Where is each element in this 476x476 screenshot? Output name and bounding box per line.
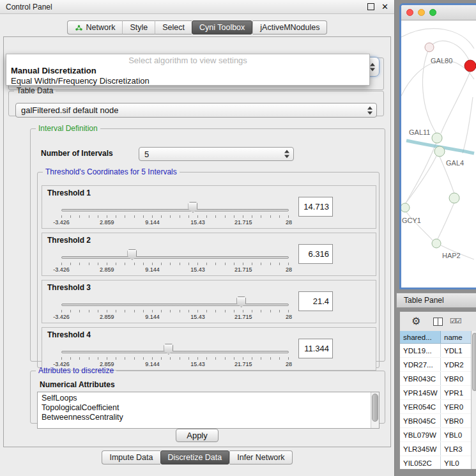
list-item[interactable]: BetweennessCentrality (42, 413, 379, 422)
threshold-3-panel: Threshold 3 -3.426 2.859 9.144 15.43 21.… (42, 280, 376, 323)
group-title: Interval Definition (36, 124, 100, 133)
cell: YBL0 (441, 428, 471, 441)
desktop: Control Panel ✕ Network Style Select Cyn… (0, 0, 476, 476)
network-window[interactable]: GAL80 GAL11 GAL4 GCY1 HAP2 (399, 3, 476, 289)
group-title: Table Data (14, 86, 56, 95)
slider-track[interactable] (61, 351, 289, 353)
column-header-name[interactable]: name (441, 331, 471, 343)
combo-arrows-icon (370, 63, 376, 71)
window-title: Control Panel (6, 3, 367, 12)
list-item[interactable]: SelfLoops (42, 394, 379, 403)
list-scrollbar[interactable] (371, 392, 379, 428)
table-row[interactable]: YLR345WYLR3 (400, 442, 471, 456)
gear-icon[interactable]: ⚙ (411, 315, 420, 327)
threshold-2-value-field[interactable]: 6.316 (298, 244, 333, 264)
tick-label: 9.144 (145, 219, 160, 226)
table-panel-titlebar[interactable]: Table Panel (396, 293, 476, 308)
network-node[interactable] (432, 133, 442, 143)
tick-label: 28 (286, 314, 292, 320)
table-row[interactable]: YBR043CYBR0 (400, 372, 471, 386)
tick-label: 9.144 (145, 266, 160, 273)
threshold-label: Threshold 1 (47, 188, 91, 197)
network-node[interactable] (425, 43, 434, 52)
tab-discretize-data[interactable]: Discretize Data (160, 450, 230, 464)
scrollbar-thumb[interactable] (472, 333, 476, 391)
control-panel-titlebar[interactable]: Control Panel ✕ (0, 0, 394, 14)
network-node[interactable] (434, 146, 445, 157)
slider-ticks (61, 263, 289, 265)
apply-button[interactable]: Apply (176, 429, 219, 442)
minimize-traffic-light[interactable] (418, 9, 425, 16)
tab-impute-data[interactable]: Impute Data (102, 450, 160, 464)
cell: YBR045C (400, 414, 441, 427)
column-header-shared-name[interactable]: shared... (400, 331, 441, 343)
tab-style[interactable]: Style (122, 20, 155, 35)
table-toolbar: ⚙ ☑☑ (400, 312, 476, 331)
tab-infer-network[interactable]: Infer Network (229, 450, 292, 464)
combobox-value: 5 (144, 150, 149, 159)
network-node[interactable] (449, 193, 459, 203)
tab-cyni-toolbox[interactable]: Cyni Toolbox (192, 20, 252, 35)
table-data-combobox[interactable]: galFiltered.sif default node (15, 103, 377, 118)
slider-track[interactable] (61, 209, 289, 211)
zoom-traffic-light[interactable] (429, 9, 436, 16)
tick-label: 15.43 (190, 266, 205, 273)
network-canvas[interactable]: GAL80 GAL11 GAL4 GCY1 HAP2 (401, 20, 476, 288)
thresholds-group: Threshold's Coordinates for 5 Intervals … (37, 167, 380, 368)
number-of-intervals-combobox[interactable]: 5 (139, 147, 294, 161)
tab-select[interactable]: Select (155, 20, 192, 35)
dropdown-option-manual-discretization[interactable]: Manual Discretization (6, 66, 369, 76)
threshold-3-slider[interactable]: -3.426 2.859 9.144 15.43 21.715 28 (61, 293, 289, 323)
tick-label: 28 (286, 266, 292, 273)
cell: YBR0 (441, 372, 471, 385)
tick-label: 21.715 (234, 219, 252, 226)
select-all-columns-icon[interactable]: ☑☑ (450, 317, 461, 325)
network-window-titlebar[interactable] (401, 5, 476, 20)
threshold-1-slider[interactable]: -3.426 2.859 9.144 15.43 21.715 28 (61, 199, 289, 228)
slider-ticks (61, 357, 289, 360)
table-row[interactable]: YIL052CYIL0 (400, 456, 471, 469)
table-row[interactable]: YBR045CYBR0 (400, 414, 471, 428)
slider-track[interactable] (61, 303, 289, 306)
group-title: Threshold's Coordinates for 5 Intervals (43, 167, 180, 176)
threshold-1-value-field[interactable]: 14.713 (298, 197, 333, 217)
slider-tick-labels: -3.426 2.859 9.144 15.43 21.715 28 (61, 266, 289, 274)
cell: YLR3 (441, 442, 471, 456)
tick-label: 28 (286, 219, 292, 226)
cell: YBL079W (400, 428, 441, 441)
threshold-3-value-field[interactable]: 21.4 (298, 291, 333, 311)
list-item[interactable]: TopologicalCoefficient (42, 403, 379, 413)
slider-track[interactable] (61, 256, 289, 259)
close-traffic-light[interactable] (406, 9, 413, 16)
table-row[interactable]: YDR27...YDR2 (400, 358, 471, 372)
tab-label: Discretize Data (168, 453, 222, 462)
selected-red-node[interactable] (464, 60, 476, 72)
float-window-icon[interactable] (367, 3, 374, 10)
table-row[interactable]: YER054CYER0 (400, 400, 471, 414)
slider-ticks (61, 215, 289, 218)
close-icon[interactable]: ✕ (381, 2, 388, 12)
table-scrollbar[interactable] (471, 331, 476, 469)
tick-label: 21.715 (234, 314, 252, 320)
scrollbar-thumb[interactable] (372, 394, 378, 422)
numerical-attributes-list[interactable]: SelfLoops TopologicalCoefficient Between… (37, 392, 380, 429)
tab-jactivemnodules[interactable]: jActiveMNodules (252, 20, 327, 35)
attributes-to-discretize-group: Attributes to discretize Numerical Attri… (30, 366, 385, 424)
combo-arrows-icon (284, 150, 290, 158)
table-row[interactable]: YBL079WYBL0 (400, 428, 471, 442)
table-row[interactable]: YPR145WYPR1 (400, 386, 471, 400)
tab-network[interactable]: Network (67, 20, 123, 35)
columns-icon[interactable] (433, 318, 443, 326)
dropdown-option-equal-width-frequency[interactable]: Equal Width/Frequency Discretization (6, 76, 369, 86)
threshold-label: Threshold 3 (47, 283, 91, 292)
threshold-1-panel: Threshold 1 -3.426 2.859 9.144 15.43 21.… (42, 185, 376, 229)
threshold-label: Threshold 2 (47, 236, 91, 245)
node-label: GCY1 (402, 217, 421, 224)
network-node[interactable] (432, 239, 441, 248)
network-node[interactable] (401, 203, 410, 212)
table-row[interactable]: YDL19...YDL1 (400, 344, 471, 358)
algorithm-dropdown-popup: Select algorithm to view settings Manual… (6, 54, 370, 86)
node-label: HAP2 (442, 252, 461, 259)
threshold-2-slider[interactable]: -3.426 2.859 9.144 15.43 21.715 28 (61, 246, 289, 275)
threshold-4-value-field[interactable]: 11.344 (298, 339, 333, 358)
